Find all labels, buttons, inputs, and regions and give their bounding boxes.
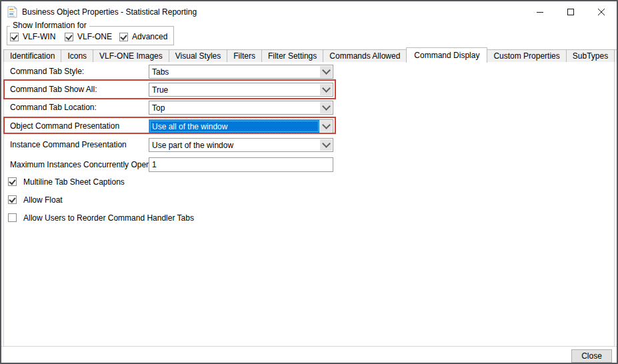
combo-value-selected: Use all of the window xyxy=(149,120,319,133)
checkbox-vlf-one[interactable]: VLF-ONE xyxy=(65,31,112,42)
field-label-max-instances: Maximum Instances Concurrently Open xyxy=(10,157,151,172)
tab-filters[interactable]: Filters xyxy=(227,49,262,62)
checkbox-advanced[interactable]: Advanced xyxy=(119,31,167,42)
field-label-command-tab-location: Command Tab Location: xyxy=(10,101,97,115)
tab-identification[interactable]: Identification xyxy=(3,49,61,62)
tab-subtypes[interactable]: SubTypes xyxy=(566,49,615,62)
combo-object-command-presentation[interactable]: Use all of the window xyxy=(149,119,333,133)
combo-value: True xyxy=(149,83,319,96)
chevron-down-icon[interactable] xyxy=(320,139,332,151)
chevron-down-icon[interactable] xyxy=(320,84,332,95)
window-title: Business Object Properties - Statistical… xyxy=(22,1,197,23)
combo-value: Tabs xyxy=(149,65,319,78)
checkbox-allow-float[interactable]: Allow Float xyxy=(8,195,63,205)
checkbox-label: VLF-ONE xyxy=(77,32,112,41)
combo-command-tab-location[interactable]: Top xyxy=(149,101,333,115)
field-label-command-tab-style: Command Tab Style: xyxy=(10,65,84,79)
tab-instance-list-relations[interactable]: Instance List / Relations xyxy=(614,49,618,62)
combo-instance-command-presentation[interactable]: Use part of the window xyxy=(149,138,333,152)
footer-separator xyxy=(1,346,617,347)
checkbox-label: Multiline Tab Sheet Captions xyxy=(23,177,125,187)
close-button[interactable]: Close xyxy=(571,349,612,363)
combo-command-tab-show-all[interactable]: True xyxy=(149,83,333,97)
window-controls xyxy=(525,1,617,23)
combo-value: Top xyxy=(149,101,319,114)
checkbox-icon[interactable] xyxy=(8,195,17,204)
checkbox-icon[interactable] xyxy=(119,33,128,41)
checkbox-label: VLF-WIN xyxy=(23,32,55,41)
checkbox-label: Allow Float xyxy=(23,195,63,205)
checkbox-icon[interactable] xyxy=(8,177,17,186)
tab-commands-allowed[interactable]: Commands Allowed xyxy=(323,49,407,62)
tab-vlf-one-images[interactable]: VLF-ONE Images xyxy=(93,49,169,62)
tab-custom-properties[interactable]: Custom Properties xyxy=(487,49,566,62)
chevron-down-icon[interactable] xyxy=(320,121,332,132)
checkbox-vlf-win[interactable]: VLF-WIN xyxy=(10,31,55,42)
tab-strip: Identification Icons VLF-ONE Images Visu… xyxy=(3,47,618,62)
field-label-object-command-presentation: Object Command Presentation xyxy=(10,119,119,133)
chevron-down-icon[interactable] xyxy=(320,66,332,77)
checkbox-label: Advanced xyxy=(132,32,167,41)
close-window-button[interactable] xyxy=(586,1,617,23)
tab-visual-styles[interactable]: Visual Styles xyxy=(169,49,227,62)
combo-command-tab-style[interactable]: Tabs xyxy=(149,65,333,79)
checkbox-icon[interactable] xyxy=(65,33,73,41)
title-bar[interactable]: Business Object Properties - Statistical… xyxy=(1,1,617,23)
document-icon xyxy=(7,6,18,18)
combo-value: Use part of the window xyxy=(149,139,319,151)
dialog-business-object-properties: Business Object Properties - Statistical… xyxy=(0,0,618,364)
checkbox-icon[interactable] xyxy=(10,33,19,41)
checkbox-icon[interactable] xyxy=(8,213,17,222)
tab-command-display[interactable]: Command Display xyxy=(406,47,487,63)
checkbox-allow-reorder-command-handler-tabs[interactable]: Allow Users to Reorder Command Handler T… xyxy=(8,213,194,223)
chevron-down-icon[interactable] xyxy=(320,102,332,113)
max-instances-input[interactable] xyxy=(149,157,333,172)
groupbox-title: Show Information for xyxy=(10,21,89,30)
minimize-button[interactable] xyxy=(525,1,555,23)
field-label-command-tab-show-all: Command Tab Show All: xyxy=(10,83,97,97)
tab-icons[interactable]: Icons xyxy=(61,49,93,62)
checkbox-multiline-tab-sheet-captions[interactable]: Multiline Tab Sheet Captions xyxy=(8,177,125,187)
maximize-button[interactable] xyxy=(555,1,586,23)
checkbox-label: Allow Users to Reorder Command Handler T… xyxy=(23,213,194,223)
field-label-instance-command-presentation: Instance Command Presentation xyxy=(10,138,127,152)
tab-filter-settings[interactable]: Filter Settings xyxy=(261,49,323,62)
